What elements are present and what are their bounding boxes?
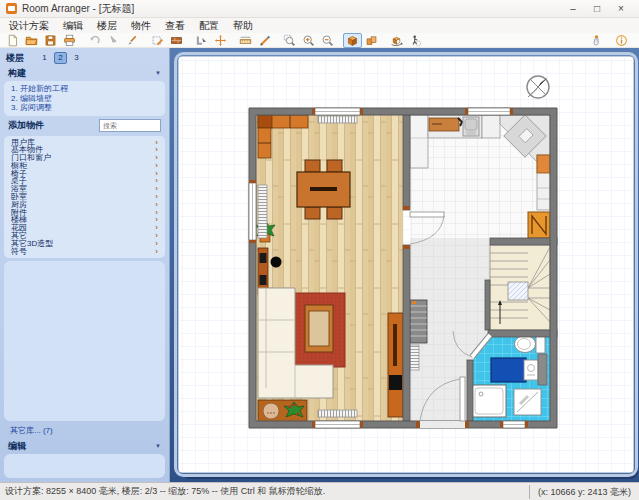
add-objects-title: 添加物件 [8,119,44,132]
edit-points-icon[interactable] [148,33,167,48]
shower-tray[interactable] [472,385,506,417]
hall-shelf[interactable] [410,300,427,343]
menu-help[interactable]: 帮助 [226,18,260,33]
new-document-icon[interactable] [3,33,22,48]
category-other-3d[interactable]: 其它3D造型› [11,240,158,248]
menu-floor[interactable]: 楼层 [90,18,124,33]
category-doors-windows[interactable]: 门口和窗户› [11,154,158,162]
print-icon[interactable] [60,33,79,48]
brush-icon[interactable] [123,33,142,48]
wall-cabinets[interactable] [537,155,550,210]
build-panel-title: 构建 [8,67,26,80]
bath-wall-stub [538,354,547,385]
undo-icon[interactable] [85,33,104,48]
tv-cabinet[interactable] [388,313,403,417]
washing-machine[interactable] [514,389,541,415]
build-step-adjust-rooms[interactable]: 3. 房间调整 [11,103,158,113]
floor-tab-2[interactable]: 2 [54,52,67,64]
build-step-edit-walls[interactable]: 2. 编辑墙壁 [11,94,158,104]
move-object-icon[interactable] [211,33,230,48]
title-bar: Room Arranger - [无标题] – □ × [0,0,639,18]
floor-tab-1[interactable]: 1 [38,52,51,64]
category-tables[interactable]: 桌子› [11,177,158,185]
open-folder-icon[interactable] [22,33,41,48]
hall-radiator[interactable] [410,345,419,370]
objects-3d-icon[interactable] [362,33,381,48]
round-object[interactable] [271,257,282,268]
edit-panel-header[interactable]: 编辑 ▼ [0,439,169,453]
category-stairs[interactable]: 楼梯› [11,216,158,224]
wardrobe[interactable] [528,212,550,238]
bathtub[interactable] [491,358,526,382]
status-plan-info: 设计方案: 8255 × 8400 毫米, 楼层: 2/3 -- 缩放: 75%… [0,485,325,498]
entrance-opening [420,421,465,428]
maximize-button[interactable]: □ [587,2,607,16]
menu-view[interactable]: 查看 [158,18,192,33]
menu-object[interactable]: 物件 [124,18,158,33]
edit-panel [4,454,165,478]
draw-wall-icon[interactable] [255,33,274,48]
menu-edit[interactable]: 编辑 [56,18,90,33]
texture-icon[interactable] [167,33,186,48]
object-categories-panel: 用户库› 基本物件› 门口和窗户› 橱柜› 椅子› 桌子› 浴室› 卧室› 厨房… [4,136,165,259]
category-bedroom[interactable]: 卧室› [11,193,158,201]
toolbar [0,33,639,48]
walk-through-icon[interactable] [406,33,425,48]
pointer-mode-icon[interactable] [587,33,606,48]
floor-tab-3[interactable]: 3 [70,52,83,64]
category-bathroom[interactable]: 浴室› [11,185,158,193]
coffee-table[interactable] [305,305,333,352]
plan-canvas[interactable] [170,48,639,482]
toilet[interactable] [515,336,546,354]
view-3d-button[interactable] [343,33,362,48]
save-icon[interactable] [41,33,60,48]
side-table-with-plant[interactable] [258,400,307,422]
info-icon[interactable] [612,33,631,48]
menu-bar: 设计方案 编辑 楼层 物件 查看 配置 帮助 [0,18,639,33]
compass-icon [527,76,549,98]
category-kitchen[interactable]: 厨房› [11,201,158,209]
category-accessories[interactable]: 附件› [11,209,158,217]
rotate-view-icon[interactable] [387,33,406,48]
search-input[interactable] [99,119,161,132]
edit-panel-title: 编辑 [8,440,26,453]
sidebar: 楼层 1 2 3 构建 ▼ 1. 开始新的工程 2. 编辑墙壁 3. 房间调整 … [0,48,170,482]
window-title: Room Arranger - [无标题] [22,2,134,16]
build-panel: 1. 开始新的工程 2. 编辑墙壁 3. 房间调整 [4,81,165,116]
zoom-window-icon[interactable] [280,33,299,48]
zoom-in-icon[interactable] [299,33,318,48]
status-bar: 设计方案: 8255 × 8400 毫米, 楼层: 2/3 -- 缩放: 75%… [0,482,639,500]
floor-plan-drawing[interactable] [170,48,639,482]
build-step-new-project[interactable]: 1. 开始新的工程 [11,84,158,94]
status-coordinates: (x: 10666 y: 2413 毫米) [529,485,639,499]
build-panel-header[interactable]: 构建 ▼ [0,66,169,80]
category-chairs[interactable]: 椅子› [11,170,158,178]
app-icon [6,3,17,14]
floors-label: 楼层 [6,52,24,65]
close-button[interactable]: × [611,2,631,16]
floors-row: 楼层 1 2 3 [6,50,165,66]
measure-icon[interactable] [236,33,255,48]
zoom-out-icon[interactable] [318,33,337,48]
chevron-right-icon: › [155,248,158,256]
wall-select-icon[interactable] [192,33,211,48]
staircase[interactable] [490,245,550,330]
category-cabinets[interactable]: 橱柜› [11,162,158,170]
add-objects-header: 添加物件 [0,117,169,135]
select-tool-icon[interactable] [104,33,123,48]
collapse-arrow-icon[interactable]: ▼ [155,443,161,449]
washbasin[interactable] [524,360,538,380]
room-arranger-window: Room Arranger - [无标题] – □ × 设计方案 编辑 楼层 物… [0,0,639,500]
menu-options[interactable]: 配置 [192,18,226,33]
menu-design[interactable]: 设计方案 [2,18,56,33]
minimize-button[interactable]: – [563,2,583,16]
category-symbols[interactable]: 符号› [11,248,158,256]
category-garden[interactable]: 花园› [11,224,158,232]
empty-panel [4,261,165,421]
other-libraries-link[interactable]: 其它库... (7) [0,423,169,439]
collapse-arrow-icon[interactable]: ▼ [155,70,161,76]
